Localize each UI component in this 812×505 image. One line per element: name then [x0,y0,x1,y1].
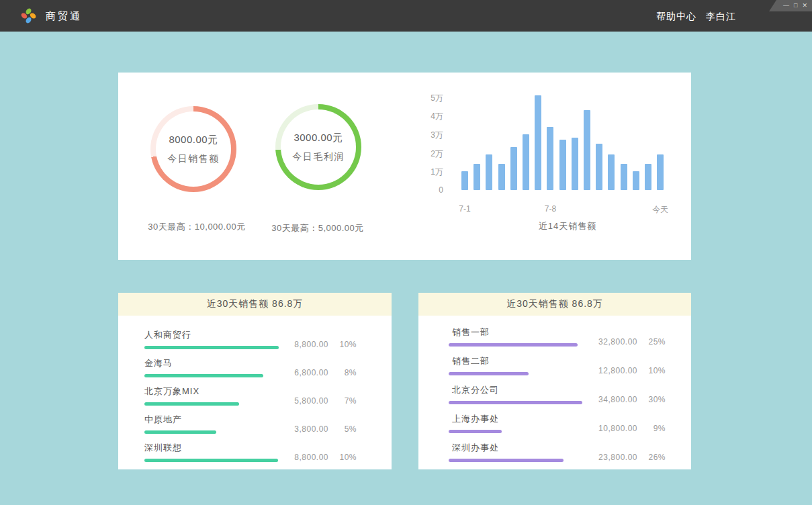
y-axis-tick: 2万 [410,148,443,160]
x-axis-tick: 7-8 [523,204,577,214]
item-percent: 25% [644,337,666,347]
maximize-icon[interactable]: □ [794,3,797,9]
bar-day-14 [621,164,627,190]
today-sales-label: 今日销售额 [167,153,220,165]
item-percent: 9% [644,424,666,433]
bar-day-2 [473,164,480,190]
department-sales-panel-title: 近30天销售额 86.8万 [418,293,691,316]
bar-day-16 [645,164,651,190]
item-amount: 8,800.00 [280,340,328,349]
item-percent: 10% [335,340,357,349]
item-name: 深圳联想 [144,442,278,454]
item-amount: 6,800.00 [280,368,328,377]
department-sales-panel: 近30天销售额 86.8万 销售一部 32,800.00 25% 销售二部 12… [418,293,691,469]
item-amount: 12,800.00 [589,366,637,375]
bar-day-9 [559,140,566,190]
app-logo-icon [19,7,38,25]
bar-day-13 [608,154,615,190]
list-item: 深圳办事处 23,800.00 26% [449,442,666,462]
list-item: 上海办事处 10,800.00 9% [449,413,666,433]
list-item: 人和商贸行 8,800.00 10% [144,329,357,349]
item-amount: 10,800.00 [589,424,637,433]
item-progress-bar [449,401,582,404]
item-percent: 7% [335,396,357,406]
item-name: 销售一部 [452,326,578,338]
overview-panel: 8000.00元 今日销售额 30天最高：10,000.00元 3000.00元… [118,73,691,260]
list-item: 北京万象MIX 5,800.00 7% [144,385,357,406]
list-item: 深圳联想 8,800.00 10% [144,442,357,462]
bar-day-5 [510,147,517,190]
list-item: 金海马 6,800.00 8% [144,357,357,377]
item-progress-bar [144,459,278,462]
item-progress-bar [144,402,239,406]
bar-day-7 [535,95,541,190]
item-progress-bar [449,343,578,347]
item-progress-bar [144,374,263,377]
bar-day-1 [461,171,468,190]
today-sales-value: 8000.00元 [169,134,218,146]
today-sales-donut-chart: 8000.00元 今日销售额 [150,106,236,192]
y-axis-tick: 5万 [410,93,443,104]
bar-day-6 [523,134,529,190]
app-title: 商贸通 [46,10,82,23]
bar-day-15 [633,171,639,190]
list-item: 北京分公司 34,800.00 30% [449,384,666,404]
item-percent: 8% [335,368,357,377]
topbar: 商贸通 帮助中心 李白江 — □ ✕ [0,0,812,32]
bar-day-10 [572,138,578,190]
bar-day-17 [657,154,664,190]
item-name: 中原地产 [144,414,216,426]
y-axis-tick: 1万 [410,167,443,178]
item-percent: 10% [335,453,357,462]
item-progress-bar [449,459,563,462]
minimize-icon[interactable]: — [783,3,789,9]
item-percent: 30% [644,395,666,404]
bar-day-8 [547,127,553,190]
list-item: 销售一部 32,800.00 25% [449,326,666,347]
item-percent: 5% [335,424,357,434]
bar-day-4 [498,164,505,190]
item-progress-bar [449,372,529,375]
today-profit-label: 今日毛利润 [292,151,345,163]
item-name: 上海办事处 [452,413,502,425]
x-axis-tick: 7-1 [438,204,492,214]
y-axis-tick: 3万 [410,130,443,141]
bar-chart-title: 近14天销售额 [500,220,635,232]
today-profit-donut-chart: 3000.00元 今日毛利润 [275,104,361,190]
customer-sales-list: 人和商贸行 8,800.00 10% 金海马 6,800.00 8% 北京万象M… [118,316,392,462]
x-axis-tick: 今天 [633,204,687,216]
user-name-link[interactable]: 李白江 [706,11,736,23]
item-amount: 23,800.00 [589,453,637,462]
item-progress-bar [144,346,279,349]
customer-sales-panel-title: 近30天销售额 86.8万 [118,293,392,316]
item-percent: 26% [644,453,666,462]
item-name: 北京分公司 [452,384,582,396]
department-sales-list: 销售一部 32,800.00 25% 销售二部 12,800.00 10% 北京… [418,316,691,462]
item-name: 销售二部 [452,355,529,367]
item-progress-bar [449,430,502,433]
bar-day-3 [486,154,492,190]
item-amount: 8,800.00 [280,453,328,462]
profit-30day-max-caption: 30天最高：5,000.00元 [237,222,398,234]
item-percent: 10% [644,366,666,375]
item-name: 人和商贸行 [144,329,279,341]
today-profit-value: 3000.00元 [294,132,343,144]
customer-sales-panel: 近30天销售额 86.8万 人和商贸行 8,800.00 10% 金海马 6,8… [118,293,392,469]
item-amount: 34,800.00 [589,395,637,404]
list-item: 销售二部 12,800.00 10% [449,355,666,375]
item-name: 深圳办事处 [452,442,563,454]
item-amount: 32,800.00 [589,337,637,347]
item-progress-bar [144,430,216,434]
item-name: 金海马 [144,357,263,369]
item-amount: 5,800.00 [280,396,328,406]
item-amount: 3,800.00 [280,424,328,434]
bar-day-12 [596,144,602,190]
close-icon[interactable]: ✕ [802,3,807,9]
bar-day-11 [584,110,590,190]
list-item: 中原地产 3,800.00 5% [144,414,357,434]
help-center-link[interactable]: 帮助中心 [656,11,696,23]
y-axis-tick: 4万 [410,111,443,122]
window-controls: — □ ✕ [769,0,812,11]
item-name: 北京万象MIX [144,385,239,398]
y-axis-tick: 0 [410,185,443,195]
